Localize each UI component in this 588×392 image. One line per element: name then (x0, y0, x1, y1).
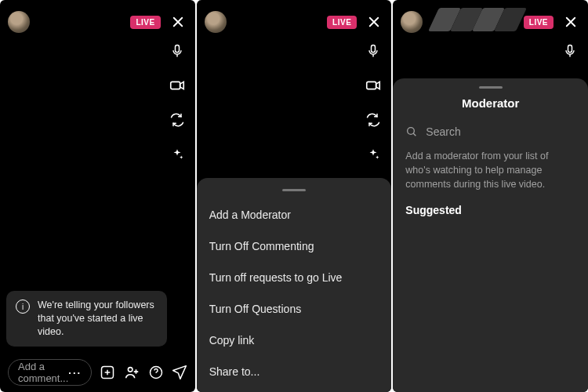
top-bar: LIVE (197, 0, 392, 44)
options-sheet: Add a Moderator Turn Off Commenting Turn… (197, 178, 392, 392)
sheet-item-share-to[interactable]: Share to... (209, 356, 379, 387)
bottom-bar: Add a comment... ··· (0, 353, 195, 392)
sheet-item-turn-off-commenting[interactable]: Turn Off Commenting (209, 230, 379, 262)
suggested-header: Suggested (405, 204, 575, 216)
redaction-overlay (434, 8, 528, 33)
sheet-item-add-moderator[interactable]: Add a Moderator (209, 199, 379, 230)
three-phone-row: LIVE i We're telling your followers that… (0, 0, 588, 392)
info-icon: i (16, 299, 30, 314)
close-icon[interactable] (365, 13, 383, 31)
side-rail (167, 41, 187, 165)
live-badge: LIVE (130, 16, 160, 29)
camera-icon[interactable] (167, 75, 187, 96)
share-icon[interactable] (172, 363, 187, 382)
top-bar: LIVE (0, 0, 195, 44)
live-badge: LIVE (327, 16, 357, 29)
sheet-item-turn-off-questions[interactable]: Turn Off Questions (209, 293, 379, 325)
toast-live-started: i We're telling your followers that you'… (6, 291, 167, 347)
avatar[interactable] (401, 11, 423, 33)
help-text: Add a moderator from your list of who's … (405, 149, 575, 191)
comment-input[interactable]: Add a comment... ··· (8, 359, 92, 386)
top-bar-right: LIVE (327, 13, 383, 31)
comment-placeholder: Add a comment... (18, 361, 68, 384)
sparkle-icon[interactable] (363, 144, 383, 165)
svg-rect-5 (372, 45, 376, 53)
sparkle-icon[interactable] (167, 144, 187, 165)
avatar[interactable] (205, 11, 227, 33)
top-bar-right: LIVE (524, 13, 580, 31)
svg-rect-0 (175, 45, 179, 53)
phone-2: LIVE Add a Moderator Turn Off Commenting… (197, 0, 392, 392)
camera-icon[interactable] (363, 75, 383, 96)
mic-icon[interactable] (363, 41, 383, 61)
add-guest-icon[interactable] (123, 363, 140, 382)
question-icon[interactable] (148, 363, 164, 382)
live-badge: LIVE (524, 16, 554, 29)
top-bar-right: LIVE (130, 13, 187, 31)
more-icon[interactable]: ··· (68, 367, 82, 379)
phone-1: LIVE i We're telling your followers that… (0, 0, 195, 392)
panel-title: Moderator (405, 96, 575, 110)
svg-rect-7 (568, 45, 572, 53)
search-icon (405, 125, 418, 138)
mic-icon[interactable] (560, 41, 580, 61)
flip-icon[interactable] (363, 110, 383, 130)
toast-text: We're telling your followers that you've… (38, 299, 158, 339)
moderator-panel: Moderator Search Add a moderator from yo… (393, 78, 588, 392)
svg-point-3 (129, 368, 133, 372)
svg-rect-6 (367, 82, 376, 89)
search-placeholder: Search (426, 125, 460, 138)
close-icon[interactable] (169, 13, 187, 31)
close-icon[interactable] (561, 13, 580, 31)
mic-icon[interactable] (167, 41, 187, 61)
sheet-grabber[interactable] (282, 189, 306, 191)
svg-rect-1 (170, 82, 180, 89)
add-media-icon[interactable] (100, 363, 115, 382)
sheet-item-copy-link[interactable]: Copy link (209, 325, 379, 356)
avatar[interactable] (8, 11, 30, 33)
sheet-grabber[interactable] (479, 86, 503, 89)
sheet-item-turn-off-requests[interactable]: Turn off requests to go Live (209, 262, 379, 293)
svg-point-9 (408, 128, 415, 135)
search-input[interactable]: Search (405, 121, 575, 149)
flip-icon[interactable] (167, 110, 187, 130)
side-rail (363, 41, 383, 165)
phone-3: LIVE Moderator Search Add a moderator fr… (393, 0, 588, 392)
